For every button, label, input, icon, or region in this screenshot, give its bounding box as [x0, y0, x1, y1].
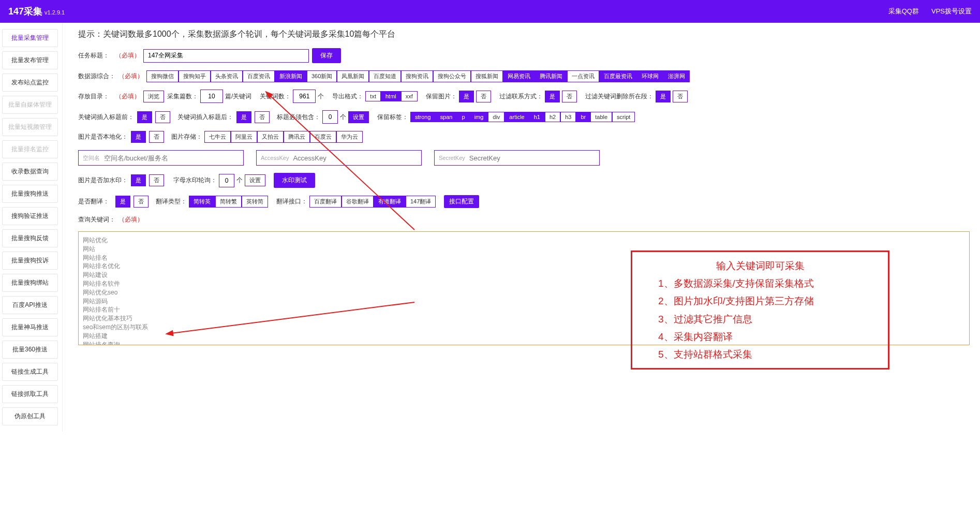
sidebar-item[interactable]: 发布站点监控	[2, 73, 58, 92]
qq-group-link[interactable]: 采集QQ群	[888, 7, 919, 16]
sidebar-item[interactable]: 批量排名监控	[2, 140, 58, 158]
secretkey-input[interactable]	[469, 154, 595, 162]
data-source-tag[interactable]: 头条资讯	[211, 70, 243, 82]
sidebar-item[interactable]: 批量发布管理	[2, 51, 58, 69]
export-format-tag[interactable]: txt	[365, 91, 381, 101]
keep-img-no[interactable]: 否	[476, 91, 491, 102]
translate-yes[interactable]: 是	[115, 196, 130, 208]
task-title-input[interactable]	[143, 49, 309, 63]
accesskey-field[interactable]: AccessKey	[256, 150, 422, 166]
insert-after-yes[interactable]: 是	[236, 111, 251, 123]
translate-type-tag[interactable]: 简转繁	[215, 196, 242, 208]
keep-html-tag[interactable]: h2	[545, 112, 560, 122]
api-config-button[interactable]: 接口配置	[444, 195, 479, 208]
sidebar-item[interactable]: 批量搜狗反馈	[2, 229, 58, 247]
translate-api-tag[interactable]: 147翻译	[406, 196, 436, 208]
watermark-yes[interactable]: 是	[131, 174, 146, 186]
sidebar-item[interactable]: 批量神马推送	[2, 318, 58, 336]
translate-api-tag[interactable]: 谷歌翻译	[341, 196, 374, 208]
keep-html-tag[interactable]: h1	[529, 112, 545, 122]
sidebar-item[interactable]: 收录数据查询	[2, 163, 58, 181]
data-source-tag[interactable]: 凤凰新闻	[337, 70, 369, 82]
browse-button[interactable]: 浏览	[143, 91, 164, 102]
filter-kwpara-yes[interactable]: 是	[656, 91, 671, 102]
sidebar-item[interactable]: 批量短视频管理	[2, 118, 58, 136]
data-source-tag[interactable]: 澎湃网	[663, 70, 690, 82]
space-name-field[interactable]: 空间名	[78, 150, 244, 166]
title-must-setting[interactable]: 设置	[348, 111, 369, 123]
secretkey-field[interactable]: SecretKey	[434, 150, 600, 166]
filter-contact-no[interactable]: 否	[562, 91, 577, 102]
sidebar-item[interactable]: 链接生成工具	[2, 363, 58, 381]
insert-before-yes[interactable]: 是	[137, 111, 152, 123]
translate-type-tag[interactable]: 英转简	[242, 196, 268, 208]
export-format-tag[interactable]: html	[381, 91, 401, 101]
sidebar-item[interactable]: 批量搜狗推送	[2, 185, 58, 203]
translate-api-tag[interactable]: 百度翻译	[309, 196, 341, 208]
watermark-no[interactable]: 否	[149, 174, 164, 186]
keep-html-tag[interactable]: p	[457, 112, 469, 122]
space-name-input[interactable]	[104, 154, 239, 162]
watermark-test-button[interactable]: 水印测试	[274, 173, 315, 188]
sidebar-item[interactable]: 批量搜狗投诉	[2, 252, 58, 270]
data-source-tag[interactable]: 百度知道	[369, 70, 401, 82]
vps-link[interactable]: VPS拨号设置	[931, 7, 972, 16]
save-button[interactable]: 保存	[312, 48, 341, 63]
img-local-no[interactable]: 否	[149, 131, 164, 143]
data-source-tag[interactable]: 360新闻	[307, 70, 337, 82]
sidebar-item[interactable]: 批量360推送	[2, 341, 58, 359]
data-source-tag[interactable]: 百度资讯	[243, 70, 275, 82]
data-source-tag[interactable]: 腾讯新闻	[535, 70, 567, 82]
translate-no[interactable]: 否	[133, 196, 149, 208]
title-must-count-input[interactable]	[322, 110, 338, 124]
alpha-wm-input[interactable]	[219, 174, 234, 187]
translate-type-tag[interactable]: 简转英	[189, 196, 215, 208]
data-source-tag[interactable]: 一点资讯	[567, 70, 599, 82]
filter-contact-yes[interactable]: 是	[545, 91, 560, 102]
keep-html-tag[interactable]: table	[590, 112, 612, 122]
sidebar-item[interactable]: 批量采集管理	[2, 29, 58, 47]
accesskey-input[interactable]	[293, 154, 417, 162]
keep-html-tag[interactable]: br	[576, 112, 590, 122]
collect-count-input[interactable]	[200, 90, 223, 103]
data-source-tag[interactable]: 环球网	[637, 70, 663, 82]
data-source-tag[interactable]: 搜狗知乎	[179, 70, 211, 82]
keywords-textarea[interactable]	[78, 231, 970, 345]
sidebar-item[interactable]: 百度API推送	[2, 296, 58, 314]
data-source-tag[interactable]: 搜狗微信	[146, 70, 179, 82]
keep-img-yes[interactable]: 是	[459, 91, 474, 102]
keep-html-tag[interactable]: article	[504, 112, 529, 122]
translate-api-tag[interactable]: 有道翻译	[374, 196, 406, 208]
sidebar-item[interactable]: 搜狗验证推送	[2, 207, 58, 225]
insert-before-no[interactable]: 否	[155, 111, 170, 123]
top-right-links: 采集QQ群 VPS拨号设置	[888, 7, 972, 16]
keep-html-tag[interactable]: img	[470, 112, 488, 122]
keep-html-tag[interactable]: span	[436, 112, 457, 122]
img-local-yes[interactable]: 是	[131, 131, 146, 143]
export-format-tag[interactable]: xxf	[401, 91, 418, 101]
keep-html-tag[interactable]: script	[612, 112, 635, 122]
sidebar-item[interactable]: 批量自媒体管理	[2, 96, 58, 114]
keyword-count-input[interactable]	[293, 90, 316, 103]
alpha-wm-setting[interactable]: 设置	[245, 174, 265, 186]
data-source-tag[interactable]: 搜狗资讯	[401, 70, 433, 82]
insert-after-no[interactable]: 否	[255, 111, 270, 123]
data-source-tag[interactable]: 百度最资讯	[599, 70, 637, 82]
sidebar-item[interactable]: 链接抓取工具	[2, 385, 58, 403]
cloud-storage-tag[interactable]: 华为云	[336, 131, 363, 143]
data-source-tag[interactable]: 新浪新闻	[275, 70, 307, 82]
data-source-tag[interactable]: 搜狐新闻	[471, 70, 503, 82]
cloud-storage-tag[interactable]: 腾讯云	[284, 131, 310, 143]
cloud-storage-tag[interactable]: 阿里云	[231, 131, 257, 143]
keep-html-tag[interactable]: div	[488, 112, 504, 122]
keep-html-tag[interactable]: h3	[560, 112, 576, 122]
data-source-tag[interactable]: 搜狗公众号	[433, 70, 471, 82]
cloud-storage-tag[interactable]: 七牛云	[204, 131, 231, 143]
cloud-storage-tag[interactable]: 百度云	[310, 131, 336, 143]
keep-html-tag[interactable]: strong	[410, 112, 436, 122]
data-source-tag[interactable]: 网易资讯	[503, 70, 535, 82]
cloud-storage-tag[interactable]: 又拍云	[257, 131, 284, 143]
filter-kwpara-no[interactable]: 否	[673, 91, 688, 102]
sidebar-item[interactable]: 伪原创工具	[2, 407, 58, 425]
sidebar-item[interactable]: 批量搜狗绑站	[2, 274, 58, 292]
